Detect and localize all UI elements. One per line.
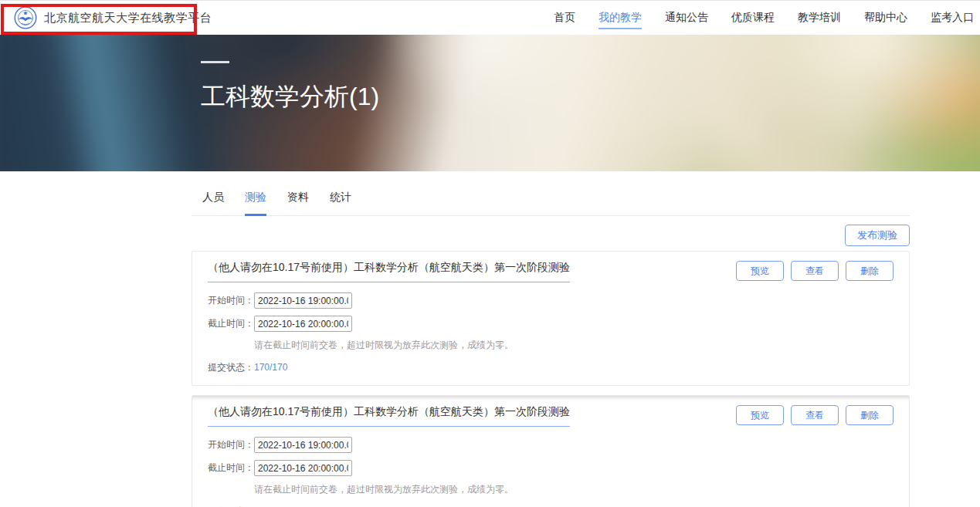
test-card-actions: 预览 查看 删除 (736, 405, 894, 425)
deadline-hint-text: 请在截止时间前交卷，超过时限视为放弃此次测验，成绩为零。 (254, 339, 894, 352)
end-time-label: 截止时间： (208, 317, 254, 330)
top-header: 北京航空航天大学在线教学平台 首页 我的教学 通知公告 优质课程 教学培训 帮助… (0, 0, 980, 35)
test-card-title: （他人请勿在10.17号前使用）工科数学分析（航空航天类）第一次阶段测验 (208, 261, 570, 282)
tests-toolbar: 发布测验 (192, 225, 910, 246)
test-card-head: （他人请勿在10.17号前使用）工科数学分析（航空航天类）第一次阶段测验 预览 … (208, 261, 894, 282)
banner-content: 工科数学分析(1) (201, 61, 379, 111)
start-time-input[interactable] (254, 292, 352, 309)
test-card-head: （他人请勿在10.17号前使用）工科数学分析（航空航天类）第一次阶段测验 预览 … (208, 405, 894, 427)
nav-item-help-center[interactable]: 帮助中心 (864, 6, 907, 29)
start-time-label: 开始时间： (208, 438, 254, 451)
preview-button[interactable]: 预览 (736, 261, 784, 281)
submission-status-row: 提交状态：170/170 (208, 361, 894, 374)
start-time-input[interactable] (254, 437, 352, 453)
preview-button[interactable]: 预览 (736, 405, 784, 425)
deadline-hint-text: 请在截止时间前交卷，超过时限视为放弃此次测验，成绩为零。 (254, 483, 894, 496)
nav-item-my-teaching[interactable]: 我的教学 (599, 6, 642, 29)
submission-status-label: 提交状态： (208, 362, 254, 373)
course-tabs: 人员 测验 资料 统计 (192, 191, 910, 216)
platform-title: 北京航空航天大学在线教学平台 (44, 11, 212, 25)
delete-button[interactable]: 删除 (846, 405, 894, 425)
test-card-actions: 预览 查看 删除 (736, 261, 894, 281)
submission-status-link[interactable]: 170/170 (254, 362, 287, 373)
banner-accent-dash (201, 61, 229, 63)
course-content: 人员 测验 资料 统计 发布测验 （他人请勿在10.17号前使用）工科数学分析（… (192, 191, 910, 507)
main-nav: 首页 我的教学 通知公告 优质课程 教学培训 帮助中心 监考入口 (554, 6, 975, 29)
banner-background-image (0, 35, 980, 171)
end-time-row: 截止时间： (208, 316, 894, 332)
university-seal-icon (14, 6, 37, 29)
nav-item-proctor-entrance[interactable]: 监考入口 (931, 6, 974, 29)
end-time-row: 截止时间： (208, 460, 894, 476)
tab-tests[interactable]: 测验 (245, 191, 266, 216)
test-card: （他人请勿在10.17号前使用）工科数学分析（航空航天类）第一次阶段测验 预览 … (192, 395, 910, 507)
test-card-title: （他人请勿在10.17号前使用）工科数学分析（航空航天类）第一次阶段测验 (208, 405, 570, 427)
nav-item-home[interactable]: 首页 (554, 6, 575, 29)
start-time-row: 开始时间： (208, 437, 894, 453)
delete-button[interactable]: 删除 (846, 261, 894, 281)
course-title: 工科数学分析(1) (201, 83, 379, 111)
platform-logo[interactable]: 北京航空航天大学在线教学平台 (14, 6, 212, 29)
nav-item-quality-courses[interactable]: 优质课程 (731, 6, 775, 29)
nav-item-notices[interactable]: 通知公告 (665, 6, 708, 29)
test-card: （他人请勿在10.17号前使用）工科数学分析（航空航天类）第一次阶段测验 预览 … (192, 251, 910, 386)
nav-item-teacher-training[interactable]: 教学培训 (798, 6, 841, 29)
end-time-input[interactable] (254, 460, 352, 476)
tab-materials[interactable]: 资料 (287, 191, 309, 216)
publish-test-button[interactable]: 发布测验 (845, 225, 910, 246)
start-time-row: 开始时间： (208, 292, 894, 309)
tab-members[interactable]: 人员 (202, 191, 224, 216)
end-time-input[interactable] (254, 316, 352, 332)
view-button[interactable]: 查看 (791, 261, 839, 281)
course-banner: 工科数学分析(1) (0, 35, 980, 171)
start-time-label: 开始时间： (208, 294, 254, 307)
view-button[interactable]: 查看 (791, 405, 839, 425)
tab-statistics[interactable]: 统计 (330, 191, 351, 216)
end-time-label: 截止时间： (208, 461, 254, 475)
